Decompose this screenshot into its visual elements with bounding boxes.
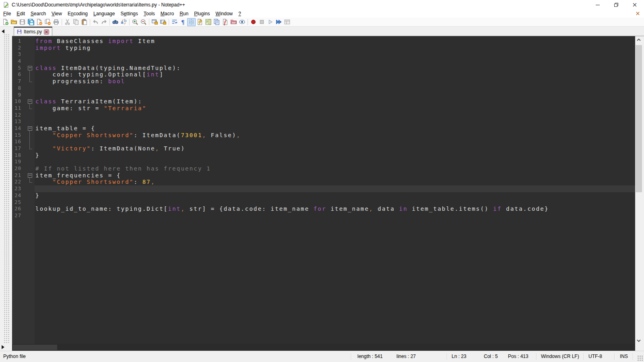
fold-start-marker[interactable] [25, 65, 35, 72]
code-line-15[interactable]: 15 "Copper Shortsword": ItemData(73001, … [12, 132, 635, 139]
restore-button[interactable] [607, 0, 625, 10]
dock-collapse-top-icon[interactable] [2, 29, 4, 33]
open-file-button[interactable] [10, 18, 18, 26]
code-line-2[interactable]: 2import typing [12, 45, 635, 51]
monitoring-button[interactable] [238, 18, 246, 26]
show-all-characters-button[interactable]: ¶ [179, 18, 187, 26]
code-text [35, 112, 635, 119]
code-line-13[interactable]: 13 [12, 118, 635, 125]
document-close-button[interactable] [636, 11, 640, 16]
word-wrap-button[interactable] [170, 18, 179, 26]
code-line-6[interactable]: 6 code: typing.Optional[int] [12, 71, 635, 78]
document-list-button[interactable] [213, 18, 221, 26]
code-line-11[interactable]: 11 game: str = "Terraria" [12, 105, 635, 112]
print-button[interactable] [52, 18, 60, 26]
code-line-17[interactable]: 17 "Victory": ItemData(None, True) [12, 145, 635, 152]
show-indent-guide-button[interactable] [187, 18, 196, 26]
dock-splitter[interactable] [0, 27, 12, 351]
status-doc-type: Python file [3, 354, 26, 359]
code-line-14[interactable]: 14item_table = { [12, 125, 635, 132]
menu-encoding[interactable]: Encoding [65, 10, 91, 17]
fold-start-marker[interactable] [25, 172, 35, 179]
code-text: class TerrariaItem(Item): [35, 98, 635, 105]
close-button[interactable] [35, 18, 43, 26]
menu-search[interactable]: Search [28, 10, 49, 17]
new-file-button[interactable] [1, 18, 10, 26]
menu-run[interactable]: Run [177, 10, 191, 17]
sync-vertical-scrolling-button[interactable] [151, 18, 159, 26]
monitoring-icon [239, 19, 246, 25]
zoom-out-button[interactable] [139, 18, 148, 26]
save-all-button[interactable] [27, 18, 35, 26]
macro-record-button[interactable] [249, 18, 258, 26]
code-line-26[interactable]: 26lookup_id_to_name: typing.Dict[int, st… [12, 206, 635, 212]
code-text: progression: bool [35, 78, 635, 85]
code-text: "Victory": ItemData(None, True) [35, 145, 635, 152]
code-line-19[interactable]: 19 [12, 158, 635, 165]
code-line-24[interactable]: 24} [12, 192, 635, 199]
code-line-8[interactable]: 8 [12, 85, 635, 92]
code-line-10[interactable]: 10class TerrariaItem(Item): [12, 98, 635, 105]
close-all-button[interactable] [43, 18, 52, 26]
menu-settings[interactable]: Settings [118, 10, 140, 17]
code-line-18[interactable]: 18} [12, 152, 635, 159]
menu-help[interactable]: ? [235, 10, 244, 17]
minimize-button[interactable] [588, 0, 607, 10]
menu-macro[interactable]: Macro [158, 10, 177, 17]
code-line-25[interactable]: 25 [12, 199, 635, 206]
user-defined-language-button[interactable] [196, 18, 204, 26]
minimize-icon [595, 2, 600, 7]
menu-plugins[interactable]: Plugins [191, 10, 213, 17]
code-line-7[interactable]: 7 progression: bool [12, 78, 635, 85]
tab-close-icon[interactable] [44, 29, 49, 35]
document-map-button[interactable] [204, 18, 213, 26]
code-line-22[interactable]: 22 "Copper Shortsword": 87, [12, 179, 635, 185]
menu-language[interactable]: Language [91, 10, 118, 17]
replace-button[interactable]: ab [120, 18, 128, 26]
code-line-4[interactable]: 4 [12, 58, 635, 65]
menu-window[interactable]: Window [213, 10, 236, 17]
resize-grip[interactable] [637, 355, 643, 361]
status-ins-mode[interactable]: INS [620, 354, 628, 359]
menu-edit[interactable]: Edit [14, 10, 28, 17]
menu-view[interactable]: View [49, 10, 65, 17]
code-line-12[interactable]: 12 [12, 112, 635, 119]
code-line-9[interactable]: 9 [12, 92, 635, 99]
paste-button[interactable] [80, 18, 89, 26]
code-line-21[interactable]: 21item_frequencies = { [12, 172, 635, 179]
zoom-in-button[interactable] [131, 18, 139, 26]
fold-start-marker[interactable] [25, 98, 35, 105]
line-number: 8 [12, 85, 25, 92]
menu-tools[interactable]: Tools [141, 10, 158, 17]
status-encoding[interactable]: UTF-8 [588, 354, 602, 359]
code-line-16[interactable]: 16 [12, 138, 635, 145]
code-line-20[interactable]: 20# If not listed here then has frequenc… [12, 165, 635, 172]
find-button[interactable] [111, 18, 120, 26]
code-line-5[interactable]: 5class ItemData(typing.NamedTuple): [12, 65, 635, 72]
scroll-down-icon[interactable] [635, 337, 642, 344]
menu-file[interactable]: File [0, 10, 14, 17]
horizontal-scrollbar[interactable] [12, 344, 635, 351]
code-line-27[interactable]: 27 [12, 212, 635, 219]
scroll-up-icon[interactable] [635, 36, 642, 43]
status-lines: lines : 27 [396, 354, 416, 359]
horizontal-scrollbar-thumb[interactable] [13, 345, 57, 350]
toolbar-separator [62, 19, 62, 25]
line-number: 14 [12, 125, 25, 132]
tab-items-py[interactable]: Items.py [14, 27, 52, 36]
code-line-23[interactable]: 23 [12, 185, 635, 192]
fold-start-marker[interactable] [25, 125, 35, 132]
status-eol-format[interactable]: Windows (CR LF) [541, 354, 579, 359]
code-line-1[interactable]: 1from BaseClasses import Item [12, 38, 635, 45]
folder-as-workspace-button[interactable] [229, 18, 238, 26]
function-list-button[interactable]: f [221, 18, 229, 26]
sync-horizontal-scrolling-button[interactable] [159, 18, 167, 26]
close-button[interactable] [625, 0, 644, 10]
save-all-icon [27, 19, 34, 25]
dock-collapse-bottom-icon[interactable] [2, 345, 4, 349]
vertical-scrollbar[interactable] [635, 36, 642, 344]
code-line-3[interactable]: 3 [12, 51, 635, 58]
vertical-scrollbar-thumb[interactable] [636, 45, 642, 192]
macro-run-multiple-button[interactable] [275, 18, 283, 26]
editor[interactable]: 1from BaseClasses import Item2import typ… [12, 36, 635, 344]
